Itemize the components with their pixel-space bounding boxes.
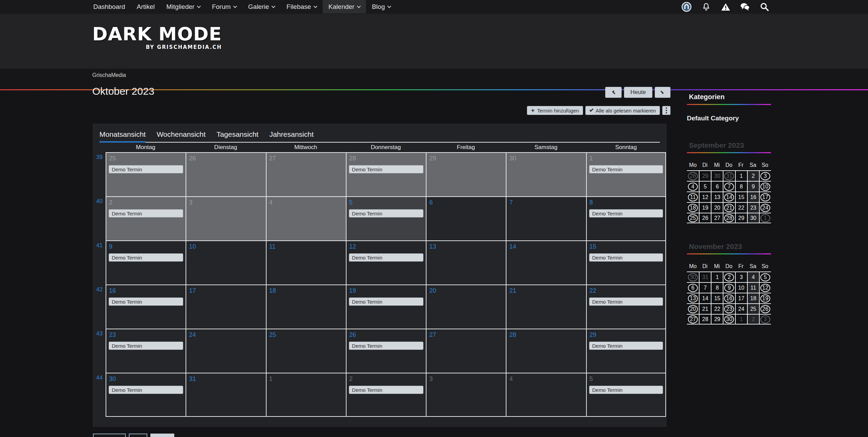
day-number-link[interactable]: 22	[587, 285, 596, 294]
nav-item-artikel[interactable]: Artikel	[131, 0, 161, 13]
conversations-icon[interactable]	[740, 2, 750, 12]
week-number-link[interactable]: 41	[93, 240, 106, 284]
week-number-link[interactable]: 43	[93, 329, 106, 373]
more-options-button[interactable]	[662, 106, 670, 115]
mini-day-cell[interactable]: 19	[699, 202, 711, 213]
mini-day-cell[interactable]: 31	[723, 170, 735, 181]
mini-day-cell[interactable]: 1	[735, 170, 747, 181]
day-number-link[interactable]: 14	[506, 241, 516, 250]
day-number-link[interactable]: 29	[587, 329, 596, 339]
mini-day-cell[interactable]: 3	[759, 170, 771, 181]
day-number-link[interactable]: 28	[506, 329, 516, 339]
day-number-link[interactable]: 27	[426, 329, 436, 339]
event-pill[interactable]: Demo Termin	[109, 253, 183, 262]
day-number-link[interactable]: 7	[506, 197, 513, 206]
search-icon[interactable]	[759, 2, 770, 12]
app-logo-icon[interactable]	[681, 2, 692, 12]
event-pill[interactable]: Demo Termin	[589, 297, 663, 306]
day-number-link[interactable]: 5	[347, 197, 353, 206]
day-number-link[interactable]: 9	[106, 241, 112, 250]
mini-day-cell[interactable]: 25	[687, 213, 699, 223]
mini-day-cell[interactable]: 17	[735, 293, 747, 303]
mini-day-cell[interactable]: 30	[747, 213, 759, 223]
mini-day-cell[interactable]: 8	[735, 181, 747, 191]
mini-day-cell[interactable]: 11	[687, 191, 699, 202]
nav-item-mitglieder[interactable]: Mitglieder	[161, 0, 206, 13]
mini-day-cell[interactable]: 9	[723, 282, 735, 293]
event-pill[interactable]: Demo Termin	[349, 165, 423, 173]
mini-day-cell[interactable]: 26	[759, 303, 771, 314]
mini-day-cell[interactable]: 18	[687, 202, 699, 213]
site-logo[interactable]: DARK MODE BY GRISCHAMEDIA.CH	[92, 25, 222, 50]
mini-day-cell[interactable]: 24	[735, 303, 747, 314]
next-month-button[interactable]	[655, 87, 670, 98]
mini-day-cell[interactable]: 29	[699, 170, 711, 181]
mini-day-cell[interactable]: 10	[735, 282, 747, 293]
mini-day-cell[interactable]: 12	[759, 282, 771, 293]
mini-day-cell[interactable]: 19	[759, 293, 771, 303]
mini-day-cell[interactable]: 6	[711, 181, 723, 191]
mini-day-cell[interactable]: 16	[747, 191, 759, 202]
tab-monatsansicht[interactable]: Monatsansicht	[99, 130, 146, 143]
event-pill[interactable]: Demo Termin	[109, 297, 183, 306]
event-pill[interactable]: Demo Termin	[589, 165, 663, 173]
day-number-link[interactable]: 19	[347, 285, 356, 294]
mini-day-cell[interactable]: 28	[723, 213, 735, 223]
mini-day-cell[interactable]: 12	[699, 191, 711, 202]
mini-day-cell[interactable]: 31	[699, 272, 711, 282]
day-number-link[interactable]: 10	[186, 241, 196, 250]
day-number-link[interactable]: 11	[267, 241, 276, 250]
category-link[interactable]: Default Category	[687, 115, 771, 122]
week-number-link[interactable]: 44	[93, 373, 106, 417]
event-pill[interactable]: Demo Termin	[589, 342, 663, 350]
tab-tagesansicht[interactable]: Tagesansicht	[217, 130, 259, 143]
mini-day-cell[interactable]: 4	[747, 272, 759, 282]
mini-day-cell[interactable]: 26	[699, 213, 711, 223]
mini-day-cell[interactable]: 24	[759, 202, 771, 213]
mini-day-cell[interactable]: 20	[687, 303, 699, 314]
mini-day-cell[interactable]: 25	[747, 303, 759, 314]
day-number-link[interactable]: 16	[106, 285, 116, 294]
mini-day-cell[interactable]: 20	[711, 202, 723, 213]
mini-day-cell[interactable]: 14	[723, 191, 735, 202]
day-number-link[interactable]: 8	[587, 197, 593, 206]
day-number-link[interactable]: 30	[106, 373, 116, 383]
mini-day-cell[interactable]: 7	[699, 282, 711, 293]
add-event-button[interactable]: + Termin hinzufügen	[527, 106, 583, 115]
week-number-link[interactable]: 42	[93, 284, 106, 329]
breadcrumb[interactable]: GrischaMedia	[0, 69, 126, 78]
mini-day-cell[interactable]: 5	[759, 272, 771, 282]
notifications-icon[interactable]	[701, 2, 711, 12]
today-button[interactable]: Heute	[624, 87, 652, 98]
mini-day-cell[interactable]: 10	[759, 181, 771, 191]
mini-day-cell[interactable]: 7	[723, 181, 735, 191]
mini-day-cell[interactable]: 22	[711, 303, 723, 314]
mini-day-cell[interactable]: 21	[723, 202, 735, 213]
mini-day-cell[interactable]: 30	[687, 272, 699, 282]
day-number-link[interactable]: 21	[506, 285, 516, 294]
event-pill[interactable]: Demo Termin	[109, 165, 183, 173]
mini-day-cell[interactable]: 3	[759, 314, 771, 325]
mark-all-read-button[interactable]: Alle als gelesen markieren	[585, 106, 660, 115]
cutoff-button-3[interactable]	[150, 434, 174, 437]
mini-day-cell[interactable]: 15	[735, 191, 747, 202]
mini-day-cell[interactable]: 29	[735, 213, 747, 223]
event-pill[interactable]: Demo Termin	[589, 209, 663, 217]
day-number-link[interactable]: 15	[587, 241, 596, 250]
day-number-link[interactable]: 23	[106, 329, 116, 339]
event-pill[interactable]: Demo Termin	[349, 209, 423, 217]
day-number-link[interactable]: 25	[267, 329, 276, 339]
mini-day-cell[interactable]: 22	[735, 202, 747, 213]
mini-day-cell[interactable]: 2	[747, 314, 759, 325]
mini-day-cell[interactable]: 23	[747, 202, 759, 213]
event-pill[interactable]: Demo Termin	[349, 253, 423, 262]
event-pill[interactable]: Demo Termin	[349, 297, 423, 306]
mini-day-cell[interactable]: 29	[711, 314, 723, 325]
mini-day-cell[interactable]: 9	[747, 181, 759, 191]
day-number-link[interactable]: 26	[347, 329, 356, 339]
mini-day-cell[interactable]: 21	[699, 303, 711, 314]
mini-day-cell[interactable]: 30	[711, 170, 723, 181]
mini-day-cell[interactable]: 14	[699, 293, 711, 303]
event-pill[interactable]: Demo Termin	[589, 253, 663, 262]
mini-day-cell[interactable]: 27	[687, 314, 699, 325]
